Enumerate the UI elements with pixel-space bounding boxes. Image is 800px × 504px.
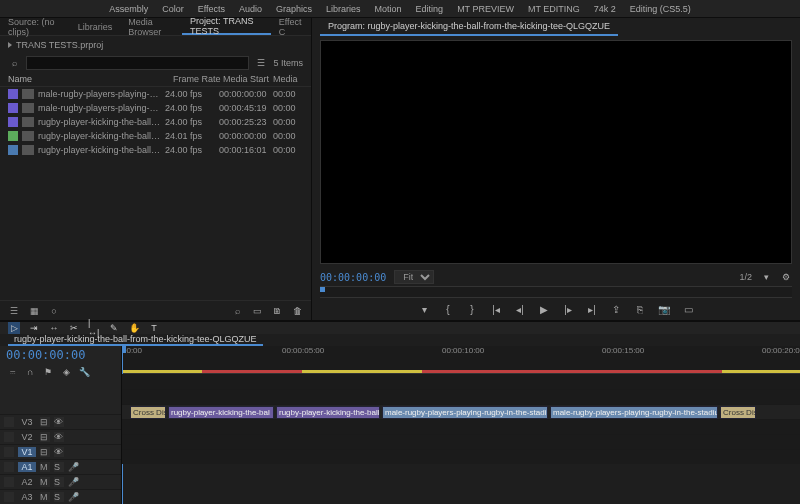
workspace-graphics[interactable]: Graphics — [276, 4, 312, 14]
mark-in-icon[interactable]: ▾ — [417, 302, 431, 316]
lock-toggle[interactable] — [4, 492, 14, 502]
solo-toggle[interactable]: S — [54, 492, 64, 502]
track-a2[interactable] — [122, 434, 800, 449]
fit-select[interactable]: Fit — [394, 270, 434, 284]
media-row[interactable]: male-rugby-players-playing-rugby-in-the-… — [0, 101, 311, 115]
panel-tab[interactable]: Project: TRANS TESTS — [182, 18, 271, 35]
workspace-editing-cs5-5-[interactable]: Editing (CS5.5) — [630, 4, 691, 14]
pen-tool-icon[interactable]: ✎ — [108, 322, 120, 334]
col-media-start[interactable]: Media Start — [223, 74, 273, 84]
time-ruler[interactable]: 00:0000:00:05:0000:00:10:0000:00:15:0000… — [122, 346, 800, 374]
workspace-editing[interactable]: Editing — [416, 4, 444, 14]
track-header-v2[interactable]: V2⊟👁 — [0, 429, 121, 444]
new-bin-icon[interactable]: ▭ — [251, 305, 263, 317]
program-ruler[interactable] — [320, 286, 792, 298]
workspace-audio[interactable]: Audio — [239, 4, 262, 14]
solo-toggle[interactable]: S — [54, 462, 64, 472]
sync-toggle[interactable]: ⊟ — [40, 447, 50, 457]
razor-tool-icon[interactable]: ✂ — [68, 322, 80, 334]
track-label[interactable]: A1 — [18, 462, 36, 472]
track-v3[interactable] — [122, 374, 800, 389]
media-row[interactable]: rugby-player-kicking-the-ball-from-the-k… — [0, 143, 311, 157]
workspace-assembly[interactable]: Assembly — [109, 4, 148, 14]
cross-dissolve-transition[interactable]: Cross Diss — [720, 406, 756, 419]
media-row[interactable]: rugby-player-kicking-the-ball-from-the-k… — [0, 129, 311, 143]
media-list[interactable]: male-rugby-players-playing-rugby-in-the-… — [0, 87, 311, 300]
program-tab[interactable]: Program: rugby-player-kicking-the-ball-f… — [320, 18, 618, 36]
hand-tool-icon[interactable]: ✋ — [128, 322, 140, 334]
lock-toggle[interactable] — [4, 432, 14, 442]
eye-toggle[interactable]: 👁 — [54, 447, 64, 457]
track-a3[interactable] — [122, 449, 800, 464]
mute-toggle[interactable]: M — [40, 492, 50, 502]
program-viewer[interactable] — [320, 40, 792, 264]
slip-tool-icon[interactable]: |↔| — [88, 322, 100, 334]
lift-icon[interactable]: ⇪ — [609, 302, 623, 316]
mic-icon[interactable]: 🎤 — [68, 477, 79, 487]
go-in-icon[interactable]: |◂ — [489, 302, 503, 316]
sync-toggle[interactable]: ⊟ — [40, 432, 50, 442]
step-fwd-icon[interactable]: |▸ — [561, 302, 575, 316]
playhead-icon[interactable] — [320, 287, 325, 292]
panel-tab[interactable]: Effect C — [271, 18, 311, 35]
marker-icon[interactable]: ⚑ — [42, 366, 54, 378]
label-chip[interactable] — [8, 131, 18, 141]
label-chip[interactable] — [8, 103, 18, 113]
snap-icon[interactable]: ⎓ — [6, 366, 18, 378]
eye-toggle[interactable]: 👁 — [54, 417, 64, 427]
sync-toggle[interactable]: ⊟ — [40, 417, 50, 427]
label-chip[interactable] — [8, 89, 18, 99]
type-tool-icon[interactable]: T — [148, 322, 160, 334]
panel-tab[interactable]: Libraries — [70, 18, 121, 35]
video-clip[interactable]: male-rugby-players-playing-rugby-in-the-… — [382, 406, 548, 419]
track-header-a1[interactable]: A1MS🎤 — [0, 459, 121, 474]
playback-resolution[interactable]: 1/2 — [739, 272, 752, 282]
mark-out-icon[interactable]: { — [441, 302, 455, 316]
video-clip[interactable]: rugby-player-kicking-the-ball-f — [276, 406, 380, 419]
freeform-view-icon[interactable]: ○ — [48, 305, 60, 317]
step-back-icon[interactable]: ◂| — [513, 302, 527, 316]
comparison-icon[interactable]: ▭ — [681, 302, 695, 316]
track-header-v3[interactable]: V3⊟👁 — [0, 414, 121, 429]
new-item-icon[interactable]: 🗎 — [271, 305, 283, 317]
lock-toggle[interactable] — [4, 417, 14, 427]
track-label[interactable]: V3 — [18, 417, 36, 427]
go-out-icon[interactable]: ▸| — [585, 302, 599, 316]
track-header-a3[interactable]: A3MS🎤 — [0, 489, 121, 504]
workspace-libraries[interactable]: Libraries — [326, 4, 361, 14]
mic-icon[interactable]: 🎤 — [68, 492, 79, 502]
workspace-74k-2[interactable]: 74k 2 — [594, 4, 616, 14]
track-v2[interactable] — [122, 389, 800, 404]
search-input[interactable] — [26, 56, 249, 70]
extract-icon[interactable]: ⎘ — [633, 302, 647, 316]
solo-toggle[interactable]: S — [54, 477, 64, 487]
col-framerate[interactable]: Frame Rate — [173, 74, 223, 84]
track-header-v1[interactable]: V1⊟👁 — [0, 444, 121, 459]
label-chip[interactable] — [8, 145, 18, 155]
track-a1[interactable] — [122, 419, 800, 434]
track-v1[interactable]: Cross Dissrugby-player-kicking-the-balru… — [122, 404, 800, 419]
panel-tab[interactable]: Source: (no clips) — [0, 18, 70, 35]
trash-icon[interactable]: 🗑 — [291, 305, 303, 317]
lock-toggle[interactable] — [4, 477, 14, 487]
ripple-tool-icon[interactable]: ↔ — [48, 322, 60, 334]
track-select-icon[interactable]: ⇥ — [28, 322, 40, 334]
video-clip[interactable]: male-rugby-players-playing-rugby-in-the-… — [550, 406, 718, 419]
bin-breadcrumb[interactable]: TRANS TESTS.prproj — [0, 36, 311, 54]
video-clip[interactable]: rugby-player-kicking-the-bal — [168, 406, 274, 419]
settings-icon[interactable]: ⚙ — [780, 271, 792, 283]
workspace-effects[interactable]: Effects — [198, 4, 225, 14]
panel-tab[interactable]: Media Browser — [120, 18, 182, 35]
track-header-a2[interactable]: A2MS🎤 — [0, 474, 121, 489]
mute-toggle[interactable]: M — [40, 477, 50, 487]
workspace-mt-preview[interactable]: MT PREVIEW — [457, 4, 514, 14]
selection-tool-icon[interactable]: ▷ — [8, 322, 20, 334]
filter-icon[interactable]: ☰ — [255, 57, 267, 69]
program-timecode[interactable]: 00:00:00:00 — [320, 272, 386, 283]
play-icon[interactable]: ▶ — [537, 302, 551, 316]
col-media-end[interactable]: Media — [273, 74, 303, 84]
list-view-icon[interactable]: ☰ — [8, 305, 20, 317]
back-icon[interactable] — [8, 42, 12, 48]
lock-toggle[interactable] — [4, 447, 14, 457]
media-row[interactable]: rugby-player-kicking-the-ball-from-the-k… — [0, 115, 311, 129]
